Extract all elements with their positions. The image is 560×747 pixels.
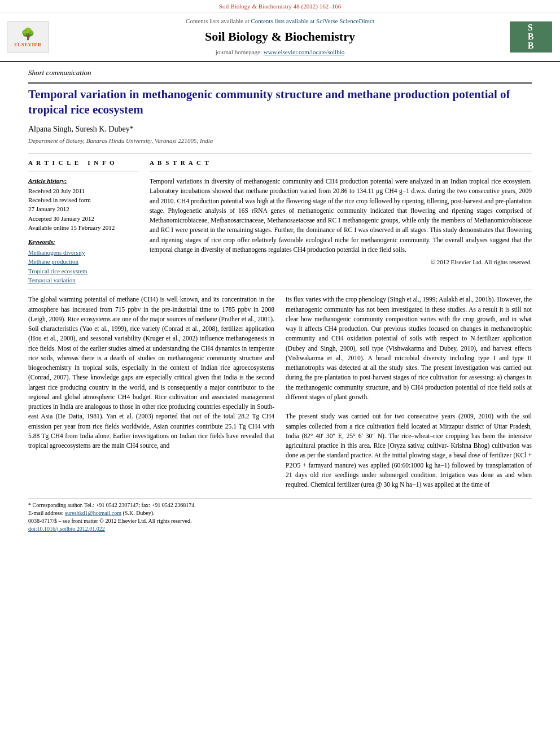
body-col-1: The global warming potential of methane … <box>28 295 274 490</box>
history-label: Article history: <box>28 177 138 185</box>
issn-line: 0038-0717/$ – see front matter © 2012 El… <box>28 517 532 525</box>
elsevier-text: ELSEVIER <box>14 42 41 48</box>
revised-date: 27 January 2012 <box>28 205 138 213</box>
left-col-divider <box>28 172 138 172</box>
right-column: A B S T R A C T Temporal variations in d… <box>150 159 532 286</box>
sciverse-text: Contents lists available at Contents lis… <box>58 17 502 25</box>
accepted-date: Accepted 30 January 2012 <box>28 215 138 223</box>
body-divider <box>28 290 532 290</box>
journal-reference-bar: Soil Biology & Biochemistry 48 (2012) 16… <box>0 0 560 12</box>
email-label: E-mail address: <box>28 510 63 516</box>
sciverse-link[interactable]: Contents lists available at SciVerse Sci… <box>251 18 374 24</box>
left-column: A R T I C L E I N F O Article history: R… <box>28 159 138 286</box>
sbb-logo-area: SBB <box>508 21 553 53</box>
doi-line: doi:10.1016/j.soilbio.2012.01.022 <box>28 525 532 533</box>
journal-ref-text: Soil Biology & Biochemistry 48 (2012) 16… <box>219 3 341 10</box>
keywords-label: Keywords: <box>28 238 138 246</box>
keyword-1[interactable]: Methanogens diversity <box>28 248 138 257</box>
journal-homepage: journal homepage: www.elsevier.com/locat… <box>58 48 502 56</box>
article-history: Article history: Received 20 July 2011 R… <box>28 177 138 232</box>
main-content: Short communication Temporal variation i… <box>0 62 560 539</box>
email-owner: (S.K. Dubey). <box>123 510 155 516</box>
body-paragraph-1: The global warming potential of methane … <box>28 295 274 451</box>
article-type-label: Short communication <box>28 68 532 78</box>
keywords-section: Keywords: Methanogens diversity Methane … <box>28 238 138 285</box>
footnote-area: * Corresponding author. Tel.: +91 0542 2… <box>28 499 532 533</box>
email-line: E-mail address: sureshkd1@hotmail.com (S… <box>28 509 532 517</box>
elsevier-logo: 🌳 ELSEVIER <box>7 21 49 53</box>
corresponding-author: * Corresponding author. Tel.: +91 0542 2… <box>28 501 532 509</box>
journal-title: Soil Biology & Biochemistry <box>58 28 502 46</box>
body-text-section: The global warming potential of methane … <box>28 295 532 490</box>
keyword-3[interactable]: Tropical rice ecosystem <box>28 267 138 276</box>
journal-center-info: Contents lists available at Contents lis… <box>58 17 502 56</box>
authors: Alpana Singh, Suresh K. Dubey* <box>28 124 532 135</box>
sbb-letters: SBB <box>528 23 534 50</box>
homepage-url[interactable]: www.elsevier.com/locate/soilbio <box>264 49 344 55</box>
article-info-abstract-section: A R T I C L E I N F O Article history: R… <box>28 159 532 286</box>
title-divider-top <box>28 82 532 84</box>
received-revised-label: Received in revised form <box>28 196 138 204</box>
authors-text: Alpana Singh, Suresh K. Dubey* <box>28 125 134 133</box>
journal-header: 🌳 ELSEVIER Contents lists available at C… <box>0 12 560 62</box>
abstract-text: Temporal variations in diversity of meth… <box>150 177 532 255</box>
available-online: Available online 15 February 2012 <box>28 224 138 232</box>
keyword-2[interactable]: Methane production <box>28 257 138 266</box>
elsevier-tree-icon: 🌳 <box>21 26 35 42</box>
abstract-header: A B S T R A C T <box>150 159 532 167</box>
email-address[interactable]: sureshkd1@hotmail.com <box>65 510 121 516</box>
article-info-header: A R T I C L E I N F O <box>28 159 138 167</box>
body-paragraph-2: its flux varies with the crop phenology … <box>286 295 532 490</box>
copyright-text: © 2012 Elsevier Ltd. All rights reserved… <box>150 258 532 267</box>
affiliation: Department of Botany, Banaras Hindu Univ… <box>28 137 532 145</box>
paper-title: Temporal variation in methanogenic commu… <box>28 87 532 118</box>
elsevier-logo-area: 🌳 ELSEVIER <box>7 21 52 53</box>
abstract-divider <box>150 172 532 172</box>
sbb-logo: SBB <box>510 21 552 53</box>
body-col-2: its flux varies with the crop phenology … <box>286 295 532 490</box>
keyword-4[interactable]: Temporal variation <box>28 276 138 285</box>
received-date: Received 20 July 2011 <box>28 187 138 195</box>
section-divider <box>28 154 532 154</box>
